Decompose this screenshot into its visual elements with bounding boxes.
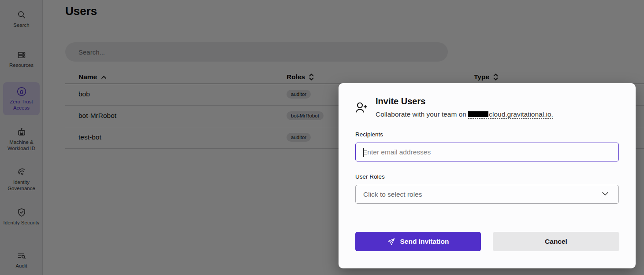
send-invitation-button[interactable]: Send Invitation <box>355 232 481 251</box>
modal-subtitle: Collaborate with your team on cloud.grav… <box>376 110 553 118</box>
redacted-tenant-name <box>468 111 488 117</box>
roles-select[interactable]: Click to select roles <box>355 185 619 204</box>
text-cursor <box>363 148 364 157</box>
app-screen: Search Resources Zero Trust Access Machi… <box>0 0 644 275</box>
recipients-field <box>355 143 619 161</box>
recipients-input[interactable] <box>356 143 618 161</box>
recipients-label: Recipients <box>355 131 383 138</box>
cancel-button[interactable]: Cancel <box>493 232 619 251</box>
user-roles-label: User Roles <box>355 173 385 180</box>
roles-select-placeholder: Click to select roles <box>356 191 601 198</box>
paper-plane-icon <box>387 238 395 246</box>
modal-title: Invite Users <box>376 96 425 106</box>
cluster-domain: cloud.gravitational.io. <box>468 110 553 119</box>
invite-users-dialog: Invite Users Collaborate with your team … <box>339 83 636 268</box>
chevron-down-icon <box>601 189 610 200</box>
user-add-icon <box>354 101 368 114</box>
